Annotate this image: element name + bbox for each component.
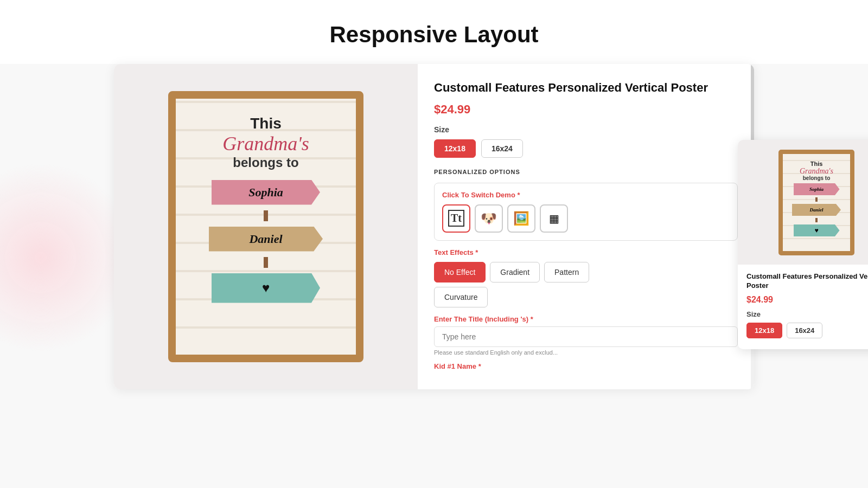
sign-sophia: Sophia (212, 180, 320, 205)
kid1-name-section: Kid #1 Name * (434, 362, 738, 370)
page-title: Responsive Layout (0, 22, 868, 48)
effect-pattern[interactable]: Pattern (544, 262, 589, 282)
size-options: 12x18 16x24 (434, 139, 738, 158)
demo-icon-image[interactable]: 🖼️ (507, 204, 535, 233)
text-effects-section: Text Effects * No Effect Gradient Patter… (434, 248, 738, 307)
dog-icon: 🐶 (481, 211, 497, 226)
product-price: $24.99 (434, 102, 738, 117)
size-btn-16x24[interactable]: 16x24 (481, 139, 523, 158)
demo-required-star: * (517, 191, 520, 199)
side-preview-card: This Grandma's belongs to Sophia Daniel … (738, 140, 868, 349)
image-icon: 🖼️ (513, 211, 529, 226)
side-size-options: 12x18 16x24 (746, 323, 868, 338)
effects-row-2: Curvature (434, 287, 738, 307)
title-input-label: Enter The Title (Including 's) * (434, 315, 738, 323)
mini-sign-daniel: Daniel (792, 204, 841, 216)
effect-no-effect[interactable]: No Effect (434, 262, 486, 282)
product-panel: This Grandma's belongs to Sophia Daniel (114, 64, 754, 389)
effects-row: No Effect Gradient Pattern (434, 262, 738, 282)
title-input-hint: Please use standard English only and exc… (434, 349, 738, 356)
personalized-options-label: PERSONALIZED OPTIONS (434, 169, 738, 175)
size-label: Size (434, 125, 738, 134)
sign-heart: ♥ (212, 273, 320, 303)
mini-poster-line1: This (810, 160, 823, 167)
side-product-price: $24.99 (746, 295, 868, 305)
side-size-btn-16x24[interactable]: 16x24 (787, 323, 822, 338)
product-detail-panel: Customall Features Personalized Vertical… (418, 64, 754, 389)
product-name: Customall Features Personalized Vertical… (434, 80, 738, 96)
mini-signs: Sophia Daniel ♥ (792, 183, 841, 236)
title-input[interactable] (434, 326, 738, 347)
mini-sign-sophia: Sophia (794, 183, 840, 195)
demo-switch-label: Click To Switch Demo * (442, 191, 730, 199)
title-input-section: Enter The Title (Including 's) * Please … (434, 315, 738, 356)
poster-line3: belongs to (233, 155, 298, 170)
kid1-name-label: Kid #1 Name * (434, 362, 738, 370)
demo-icon-dog[interactable]: 🐶 (475, 204, 503, 233)
kid1-required-star: * (478, 362, 481, 370)
demo-icon-text[interactable]: Tt (442, 204, 470, 233)
product-image-area: This Grandma's belongs to Sophia Daniel (114, 64, 418, 389)
size-btn-12x18[interactable]: 12x18 (434, 139, 476, 158)
demo-icons-row: Tt 🐶 🖼️ ▦ (442, 204, 730, 233)
side-size-btn-12x18[interactable]: 12x18 (746, 323, 782, 338)
mini-poster-line3: belongs to (803, 175, 831, 181)
effects-required-star: * (475, 248, 478, 256)
text-effects-label: Text Effects * (434, 248, 738, 256)
qr-icon: ▦ (549, 212, 559, 225)
side-product-info: Customall Features Personalized Vertical… (738, 265, 868, 338)
demo-switch-box: Click To Switch Demo * Tt 🐶 🖼️ ▦ (434, 183, 738, 241)
text-format-icon: Tt (448, 210, 464, 227)
product-frame: This Grandma's belongs to Sophia Daniel (168, 91, 363, 362)
page-header: Responsive Layout (0, 0, 868, 64)
poster-line2: Grandma's (222, 133, 309, 155)
effect-curvature[interactable]: Curvature (434, 287, 488, 307)
effect-gradient[interactable]: Gradient (490, 262, 540, 282)
signs-container: Sophia Daniel ♥ (209, 180, 323, 303)
title-required-star: * (531, 315, 533, 323)
demo-icon-qr[interactable]: ▦ (540, 204, 568, 233)
side-product-name: Customall Features Personalized Vertical… (746, 272, 868, 291)
mini-frame: This Grandma's belongs to Sophia Daniel … (778, 150, 854, 255)
side-size-label: Size (746, 310, 868, 318)
sign-daniel: Daniel (209, 227, 323, 252)
mini-poster-line2: Grandma's (800, 167, 833, 175)
side-preview-image: This Grandma's belongs to Sophia Daniel … (738, 140, 868, 265)
poster-line1: This (250, 115, 282, 132)
mini-sign-heart: ♥ (794, 224, 840, 236)
